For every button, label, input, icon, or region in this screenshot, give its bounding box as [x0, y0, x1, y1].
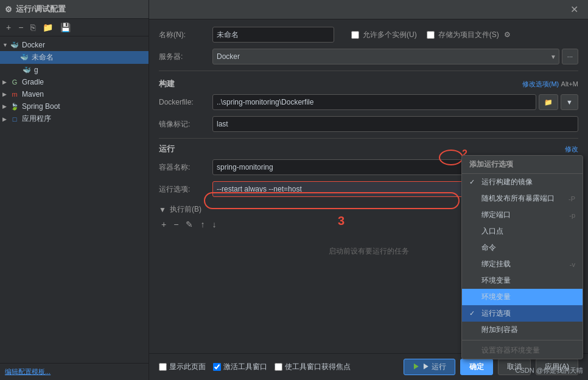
run-button[interactable]: ▶ ▶ 运行 [404, 359, 455, 375]
image-tag-label: 镜像标记: [159, 119, 208, 130]
pre-launch-add[interactable]: + [159, 218, 169, 230]
docker-arrow: ▼ [2, 42, 10, 48]
run-header: 运行 修改 [159, 143, 578, 154]
close-button[interactable]: ✕ [568, 4, 581, 15]
tool-focus-label: 使工具窗口获得焦点 [285, 362, 351, 372]
menu-item-env-vars[interactable]: 环境变量 [462, 272, 583, 289]
menu-label-publish-ports: 随机发布所有暴露端口 [481, 193, 555, 204]
menu-item-attach-container[interactable]: 附加到容器 [462, 322, 583, 338]
activate-tool-label: 激活工具窗口 [223, 362, 267, 372]
server-row: 服务器: Docker ▼ ··· [159, 49, 578, 64]
tree-item-springboot[interactable]: ▶ 🍃 Spring Boot [0, 100, 149, 112]
container-name-label: 容器名称: [159, 162, 208, 173]
ok-button[interactable]: 确定 [460, 359, 493, 375]
menu-label-run-options: 运行选项 [481, 308, 511, 319]
spring-arrow: ▶ [2, 103, 10, 109]
menu-item-publish-ports[interactable]: 随机发布所有暴露端口 -P [462, 190, 583, 207]
divider1 [159, 71, 578, 71]
menu-item-bind-port[interactable]: 绑定端口 -p [462, 207, 583, 223]
docker-icon: 🐳 [10, 40, 19, 50]
name-label: 名称(N): [159, 30, 208, 40]
server-select-wrapper: Docker ▼ ··· [212, 49, 578, 64]
dockerfile-browse-button[interactable]: 📁 [539, 94, 558, 110]
server-select[interactable]: Docker [212, 49, 559, 64]
image-tag-input[interactable] [212, 116, 578, 132]
tree-item-maven[interactable]: ▶ m Maven [0, 88, 149, 100]
menu-item-run-options[interactable]: ✓ 运行选项 [462, 305, 583, 322]
tree-item-unnamed[interactable]: 🐳 未命名 [0, 51, 149, 64]
maven-arrow: ▶ [2, 91, 10, 97]
gradle-icon: G [10, 77, 19, 87]
build-section-header: 构建 修改选项(M) Alt+M [159, 78, 578, 89]
pre-launch-edit[interactable]: ✎ [183, 218, 195, 230]
dockerfile-input[interactable] [212, 94, 536, 110]
run-icon: ▶ [413, 362, 420, 371]
shortcut-lp: -p [569, 212, 575, 219]
g-icon: 🐳 [22, 65, 32, 75]
image-tag-row: 镜像标记: [159, 116, 578, 132]
pre-launch-arrow: ▼ [159, 206, 166, 214]
server-browse-button[interactable]: ··· [562, 49, 578, 64]
sidebar-toolbar: + − ⎘ 📁 💾 [0, 19, 149, 36]
add-config-button[interactable]: + [4, 21, 13, 33]
save-button[interactable]: 💾 [58, 21, 73, 33]
shortcut-v: -v [570, 261, 575, 268]
tool-focus-label-wrap: 使工具窗口获得焦点 [275, 362, 351, 372]
menu-label-entrypoint: 入口点 [481, 226, 503, 237]
show-page-label: 显示此页面 [169, 362, 206, 372]
activate-tool-label-wrap: 激活工具窗口 [213, 362, 267, 372]
name-row: 名称(N): 允许多个实例(U) 存储为项目文件(S) ⚙ [159, 27, 578, 43]
menu-item-set-env-disabled: 设置容器环境变量 [462, 342, 583, 359]
tool-focus-checkbox[interactable] [275, 363, 282, 371]
run-options-label: 运行选项: [159, 184, 208, 195]
activate-tool-checkbox[interactable] [213, 363, 221, 371]
menu-item-bind-mount[interactable]: 绑定挂载 -v [462, 256, 583, 272]
tree-item-gradle[interactable]: ▶ G Gradle [0, 76, 149, 88]
context-menu: 添加运行选项 ✓ 运行构建的镜像 随机发布所有暴露端口 -P 绑定端口 -p 入… [461, 155, 583, 359]
tree-item-g[interactable]: 🐳 g [0, 64, 149, 76]
docker-label: Docker [22, 41, 45, 49]
gradle-arrow: ▶ [2, 79, 10, 85]
menu-label-attach-container: 附加到容器 [481, 325, 518, 335]
tree-container: ▼ 🐳 Docker 🐳 未命名 🐳 g ▶ G [0, 36, 149, 363]
dialog-titlebar: ✕ [149, 0, 588, 19]
pre-launch-down[interactable]: ↓ [209, 218, 219, 230]
allow-parallel-label: 允许多个实例(U) [363, 30, 417, 40]
unnamed-label: 未命名 [32, 52, 54, 63]
maven-label: Maven [22, 90, 44, 98]
footer-checkboxes: 显示此页面 激活工具窗口 使工具窗口获得焦点 [159, 362, 351, 372]
allow-parallel-checkbox[interactable] [351, 31, 359, 39]
sidebar-footer: 编辑配置模板... [0, 363, 149, 380]
window-icon: ⚙ [5, 5, 12, 14]
pre-launch-remove[interactable]: − [171, 218, 181, 230]
menu-item-run-image[interactable]: ✓ 运行构建的镜像 [462, 174, 583, 190]
copy-config-button[interactable]: ⎘ [28, 21, 38, 33]
remove-config-button[interactable]: − [16, 21, 26, 33]
modify-options-link[interactable]: 修改选项(M) [522, 80, 559, 88]
edit-templates-link[interactable]: 编辑配置模板... [5, 368, 51, 375]
store-project-checkbox[interactable] [427, 31, 435, 39]
check-run-image: ✓ [469, 178, 478, 186]
name-input[interactable] [212, 27, 334, 43]
build-title: 构建 [159, 78, 175, 89]
menu-item-entrypoint[interactable]: 入口点 [462, 223, 583, 240]
menu-label-env-vars: 环境变量 [481, 275, 511, 286]
menu-item-command[interactable]: 命令 [462, 240, 583, 256]
tree-item-docker[interactable]: ▼ 🐳 Docker [0, 39, 149, 51]
store-project-label: 存储为项目文件(S) [438, 30, 499, 40]
menu-label-run-options-highlighted: 环境变量 [481, 292, 511, 302]
sidebar: ⚙ 运行/调试配置 + − ⎘ 📁 💾 ▼ 🐳 Docker 🐳 [0, 0, 149, 380]
maven-icon: m [10, 89, 19, 99]
dockerfile-dropdown-button[interactable]: ▼ [561, 94, 578, 110]
pre-launch-up[interactable]: ↑ [198, 218, 207, 230]
run-title: 运行 [159, 143, 175, 154]
folder-button[interactable]: 📁 [40, 21, 55, 33]
unnamed-docker-icon: 🐳 [19, 53, 29, 63]
run-edit-button[interactable]: 修改 [565, 145, 578, 154]
context-menu-header: 添加运行选项 [462, 156, 583, 174]
show-page-label-wrap: 显示此页面 [159, 362, 206, 372]
dockerfile-label: Dockerfile: [159, 98, 208, 106]
show-page-checkbox[interactable] [159, 363, 167, 371]
tree-item-app[interactable]: ▶ □ 应用程序 [0, 112, 149, 125]
menu-item-run-options-highlighted[interactable]: 环境变量 [462, 289, 583, 305]
